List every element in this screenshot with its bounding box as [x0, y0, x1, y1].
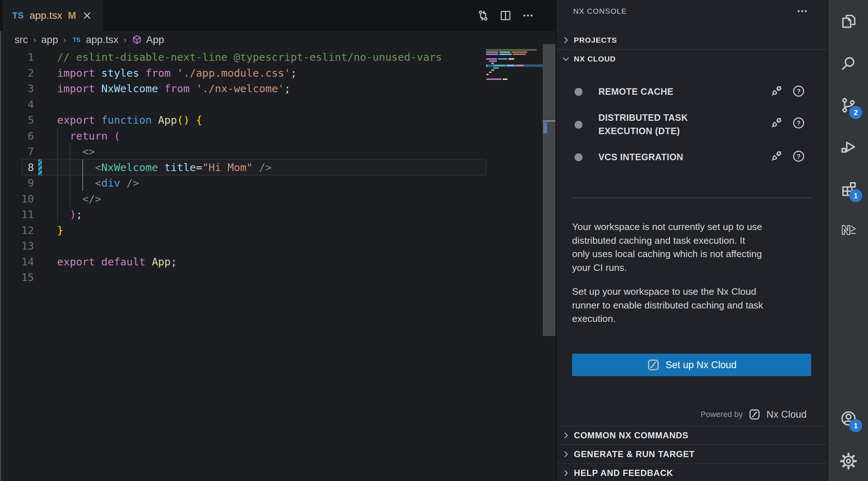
- code-text: return (: [57, 128, 120, 144]
- activity-explorer[interactable]: [828, 4, 868, 38]
- activity-nx-console[interactable]: [828, 213, 868, 247]
- plug-icon[interactable]: [770, 116, 783, 129]
- section-label: COMMON NX COMMANDS: [574, 430, 688, 440]
- divider: [557, 426, 828, 426]
- section-label: GENERATE & RUN TARGET: [574, 449, 695, 459]
- minimap-line: [486, 74, 489, 75]
- code-line-14[interactable]: 14export default App;: [0, 254, 486, 270]
- left-sash[interactable]: [0, 31, 1, 481]
- help-icon[interactable]: ?: [792, 150, 805, 163]
- files-icon: [840, 13, 857, 29]
- code-line-15[interactable]: 15: [0, 269, 486, 285]
- status-dot: [575, 153, 583, 161]
- workspace-status-text: Your workspace is not currently set up t…: [572, 220, 816, 274]
- line-number: 9: [0, 175, 34, 191]
- code-line-6[interactable]: 6 return (: [0, 128, 486, 144]
- minimap-line: [486, 51, 527, 53]
- code-text: }: [57, 222, 63, 238]
- powered-by-row: Powered byNx Cloud: [572, 405, 807, 424]
- powered-by-brand: Nx Cloud: [766, 409, 807, 420]
- chevron-right-icon: [562, 36, 570, 44]
- code-line-3[interactable]: 3import NxWelcome from './nx-welcome';: [0, 81, 486, 97]
- code-line-12[interactable]: 12}: [0, 222, 486, 238]
- line-number: 1: [0, 49, 34, 65]
- debug-icon: [840, 139, 857, 155]
- code-text: export function App() {: [57, 112, 202, 128]
- search-icon: [840, 55, 857, 72]
- line-number: 6: [0, 128, 34, 144]
- section-generate-run-target[interactable]: GENERATE & RUN TARGET: [557, 445, 828, 463]
- activity-search[interactable]: [828, 46, 868, 81]
- feature-label: DISTRIBUTED TASKEXECUTION (DTE): [598, 111, 688, 138]
- code-line-13[interactable]: 13: [0, 238, 486, 254]
- code-text: <div />: [57, 175, 139, 191]
- plug-icon[interactable]: [770, 85, 783, 98]
- code-text: <>: [57, 144, 95, 159]
- section-projects[interactable]: PROJECTS: [557, 31, 828, 49]
- activity-source-control[interactable]: 2: [828, 88, 868, 123]
- line-number: 11: [0, 207, 34, 222]
- svg-text:?: ?: [797, 120, 801, 127]
- minimap-line: [491, 69, 494, 71]
- section-common-nx-commands[interactable]: COMMON NX COMMANDS: [557, 426, 828, 444]
- feature-actions: ?: [770, 150, 805, 163]
- minimap-line: [486, 58, 514, 60]
- line-number: 7: [0, 144, 34, 159]
- divider: [557, 49, 828, 50]
- code-text: <NxWelcome title="Hi Mom" />: [57, 159, 272, 175]
- chevron-down-icon: [562, 55, 570, 63]
- minimap-line: [493, 67, 499, 69]
- minimap-line: [489, 72, 491, 73]
- line-number: 8: [0, 159, 34, 175]
- minimap-line: [489, 60, 497, 62]
- code-line-10[interactable]: 10 </>: [0, 191, 486, 207]
- code-line-5[interactable]: 5export function App() {: [0, 112, 486, 128]
- help-icon[interactable]: ?: [792, 85, 805, 98]
- chevron-right-icon: [562, 469, 570, 477]
- line-number: 2: [0, 65, 34, 81]
- code-text: </>: [57, 191, 101, 207]
- vscode-window: TS app.tsx M src›app›TSapp.tsx›App 1// e…: [0, 0, 868, 481]
- line-number: 13: [0, 238, 34, 254]
- section-nx-cloud[interactable]: NX CLOUD: [557, 50, 828, 68]
- activity-bar: 211: [828, 0, 868, 481]
- minimap-line: [486, 49, 537, 51]
- line-number: 3: [0, 81, 34, 97]
- code-text: );: [57, 207, 82, 222]
- activity-run-and-debug[interactable]: [828, 129, 868, 164]
- setup-nx-cloud-button[interactable]: Set up Nx Cloud: [572, 354, 811, 376]
- code-line-2[interactable]: 2import styles from './app.module.css';: [0, 65, 486, 81]
- help-icon[interactable]: ?: [792, 116, 805, 129]
- activity-extensions[interactable]: 1: [828, 171, 868, 206]
- nx-cloud-icon: [647, 358, 660, 371]
- code-line-4[interactable]: 4: [0, 97, 486, 112]
- code-line-1[interactable]: 1// eslint-disable-next-line @typescript…: [0, 49, 486, 65]
- activity-settings[interactable]: [828, 444, 868, 478]
- activity-accounts[interactable]: 1: [828, 401, 868, 436]
- code-line-11[interactable]: 11 );: [0, 207, 486, 222]
- section-label: NX CLOUD: [574, 55, 616, 63]
- line-number: 12: [0, 222, 34, 238]
- more-actions-icon[interactable]: [795, 5, 809, 17]
- code-editor[interactable]: 1// eslint-disable-next-line @typescript…: [0, 0, 556, 481]
- code-line-9[interactable]: 9 <div />: [0, 175, 486, 191]
- line-number: 15: [0, 269, 34, 285]
- svg-text:?: ?: [797, 153, 801, 160]
- section-help-and-feedback[interactable]: HELP AND FEEDBACK: [557, 464, 828, 481]
- plug-icon[interactable]: [770, 150, 783, 163]
- panel-title-row: NX CONSOLE: [557, 0, 828, 22]
- section-label: HELP AND FEEDBACK: [574, 468, 673, 478]
- line-number: 4: [0, 97, 34, 112]
- divider: [557, 444, 828, 445]
- editor-group: TS app.tsx M src›app›TSapp.tsx›App 1// e…: [0, 0, 556, 481]
- code-line-8[interactable]: 8 <NxWelcome title="Hi Mom" />: [0, 159, 486, 175]
- chevron-right-icon: [562, 431, 570, 440]
- minimap-line: [486, 78, 507, 80]
- scrollbar[interactable]: [543, 44, 555, 336]
- minimap[interactable]: [486, 49, 543, 93]
- code-line-7[interactable]: 7 <>: [0, 144, 486, 159]
- status-dot: [575, 121, 583, 129]
- nx-cloud-icon: [748, 408, 761, 421]
- chevron-right-icon: [562, 450, 570, 459]
- svg-text:?: ?: [797, 88, 801, 95]
